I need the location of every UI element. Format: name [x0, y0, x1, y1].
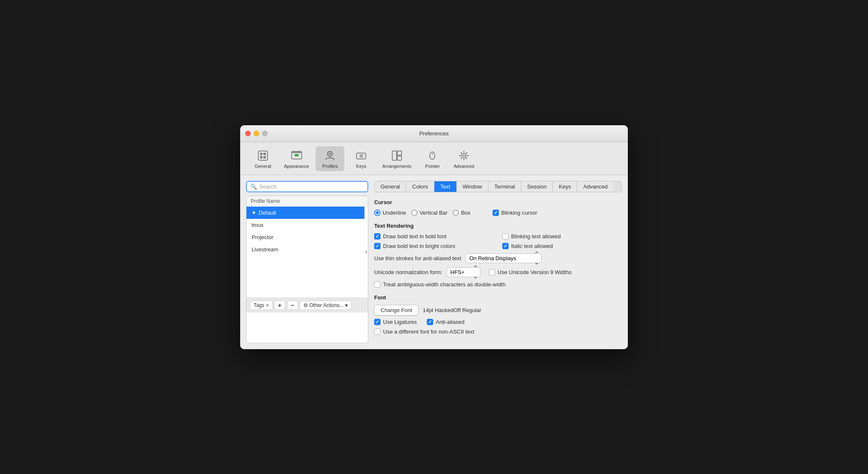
- radio-underline[interactable]: Underline: [374, 210, 406, 216]
- checkbox-non-ascii-font[interactable]: Use a different font for non-ASCII text: [374, 329, 474, 335]
- profile-item-default[interactable]: ★ Default: [246, 207, 364, 219]
- cursor-options-row: Underline Vertical Bar Box: [374, 210, 622, 216]
- general-label: General: [255, 164, 271, 169]
- checkbox-ligatures[interactable]: Use Ligatures: [374, 319, 417, 325]
- toolbar-item-profiles[interactable]: Profiles: [316, 146, 344, 171]
- tab-colors[interactable]: Colors: [406, 181, 434, 192]
- checkbox-non-ascii-label: Use a different font for non-ASCII text: [383, 329, 474, 335]
- tab-terminal[interactable]: Terminal: [488, 181, 521, 192]
- text-rendering-title: Text Rendering: [374, 223, 622, 229]
- font-title: Font: [374, 294, 622, 301]
- text-rendering-grid: Draw bold text in bold font Blinking tex…: [374, 233, 622, 249]
- svg-rect-6: [292, 151, 302, 153]
- checkbox-unicode-v9-label: Use Unicode Version 9 Widths: [498, 269, 572, 275]
- add-icon: +: [278, 302, 281, 308]
- svg-rect-13: [397, 151, 402, 155]
- checkbox-bold-bright[interactable]: Draw bold text in bright colors: [374, 243, 494, 249]
- profile-item-tmux[interactable]: tmux: [246, 219, 364, 231]
- svg-line-25: [466, 152, 467, 154]
- radio-vertical-bar[interactable]: Vertical Bar: [411, 210, 447, 216]
- checkbox-italic-text-label: Italic text allowed: [511, 243, 553, 249]
- minimize-button[interactable]: [254, 131, 259, 136]
- tab-session[interactable]: Session: [521, 181, 553, 192]
- add-profile-button[interactable]: +: [274, 301, 285, 310]
- thin-strokes-select-wrapper: On Retina Displays Always Never Automati…: [466, 253, 541, 263]
- cursor-section: Cursor Underline Vertical Bar: [374, 199, 622, 216]
- profile-name-default: Default: [259, 210, 276, 216]
- toolbar-item-keys[interactable]: ⌘ Keys: [347, 146, 375, 171]
- tab-general[interactable]: General: [375, 181, 406, 192]
- toolbar-item-pointer[interactable]: Pointer: [418, 146, 447, 171]
- advanced-label: Advanced: [453, 164, 474, 169]
- svg-rect-3: [260, 156, 263, 159]
- profile-item-projector[interactable]: Projector: [246, 231, 364, 243]
- text-rendering-section: Text Rendering Draw bold text in bold fo…: [374, 223, 622, 288]
- close-button[interactable]: [245, 131, 251, 136]
- svg-rect-0: [258, 151, 268, 160]
- tags-button[interactable]: Tags >: [250, 301, 273, 310]
- checkbox-bold-bright-label: Draw bold text in bright colors: [383, 243, 455, 249]
- non-ascii-row: Use a different font for non-ASCII text: [374, 329, 622, 335]
- text-tab-content: Cursor Underline Vertical Bar: [374, 197, 622, 343]
- tab-keys[interactable]: Keys: [553, 181, 577, 192]
- profile-bottom-toolbar: Tags > + − ⚙ Other Actions... ▾: [246, 298, 368, 312]
- profiles-entries: ★ Default tmux Projector Livestream: [246, 207, 364, 298]
- svg-line-26: [461, 157, 462, 159]
- profile-item-livestream[interactable]: Livestream: [246, 243, 364, 256]
- gear-icon: ⚙: [303, 302, 308, 308]
- radio-underline-label: Underline: [383, 210, 406, 216]
- radio-vertical-bar-label: Vertical Bar: [420, 210, 447, 216]
- checkbox-anti-aliased-label: Anti-aliased: [436, 319, 464, 325]
- profiles-list: Profile Name ★ Default tmux Projector: [246, 196, 368, 343]
- checkbox-bold-font[interactable]: Draw bold text in bold font: [374, 233, 494, 240]
- checkbox-unicode-v9[interactable]: Use Unicode Version 9 Widths: [489, 269, 572, 275]
- checkbox-blinking-cursor[interactable]: Blinking cursor: [493, 210, 537, 216]
- cursor-title: Cursor: [374, 199, 622, 205]
- toolbar-item-general[interactable]: General: [249, 146, 277, 171]
- tab-text[interactable]: Text: [434, 181, 457, 192]
- other-actions-button[interactable]: ⚙ Other Actions... ▾: [300, 301, 351, 310]
- keys-label: Keys: [356, 164, 366, 169]
- checkbox-blink-text-label: Blinking text allowed: [511, 233, 561, 240]
- font-row: Change Font 14pt HackedOff Regular: [374, 305, 622, 315]
- search-box: 🔍: [246, 181, 368, 192]
- unicode-norm-select[interactable]: HFS+ NFC NFD None: [447, 267, 480, 277]
- tab-window[interactable]: Window: [457, 181, 488, 192]
- radio-vertical-bar-circle: [411, 210, 418, 216]
- profiles-header: Profile Name: [246, 196, 368, 207]
- toolbar-item-advanced[interactable]: Advanced: [449, 146, 478, 171]
- radio-box[interactable]: Box: [453, 210, 470, 216]
- thin-strokes-select[interactable]: On Retina Displays Always Never Automati…: [466, 253, 541, 263]
- tab-advanced[interactable]: Advanced: [577, 181, 613, 192]
- checkbox-blink-text[interactable]: Blinking text allowed: [502, 233, 622, 240]
- radio-box-circle: [453, 210, 459, 216]
- remove-profile-button[interactable]: −: [287, 301, 298, 310]
- thin-strokes-row: Use thin strokes for anti-aliased text O…: [374, 253, 622, 263]
- checkbox-anti-aliased[interactable]: Anti-aliased: [427, 319, 464, 325]
- checkbox-anti-aliased-box: [427, 319, 433, 325]
- svg-rect-2: [263, 153, 266, 155]
- svg-rect-4: [263, 156, 266, 159]
- scrollbar[interactable]: [364, 207, 368, 298]
- svg-point-9: [329, 153, 331, 155]
- svg-rect-1: [260, 153, 263, 155]
- profiles-label: Profiles: [322, 164, 338, 169]
- font-name-label: 14pt HackedOff Regular: [423, 307, 481, 313]
- search-icon: 🔍: [250, 183, 257, 190]
- toolbar-item-appearance[interactable]: Appearance: [280, 146, 313, 171]
- tab-bar: General Colors Text Window Terminal Sess…: [374, 181, 622, 192]
- change-font-button[interactable]: Change Font: [374, 305, 418, 315]
- window-title: Preferences: [419, 130, 449, 137]
- checkbox-italic-text[interactable]: Italic text allowed: [502, 243, 622, 249]
- checkbox-unicode-v9-box: [489, 269, 495, 275]
- search-input[interactable]: [259, 183, 364, 190]
- arrangements-label: Arrangements: [382, 164, 411, 169]
- toolbar-item-arrangements[interactable]: Arrangements: [378, 146, 415, 171]
- checkbox-ambiguous-width[interactable]: Treat ambiguous-width characters as doub…: [374, 281, 506, 288]
- checkbox-bold-bright-box: [374, 243, 380, 249]
- unicode-norm-label: Unicode normalization form:: [374, 269, 442, 275]
- checkbox-blinking-cursor-box: [493, 210, 499, 216]
- tags-label: Tags >: [254, 302, 269, 308]
- maximize-button[interactable]: [262, 131, 268, 136]
- checkbox-bold-font-box: [374, 233, 380, 240]
